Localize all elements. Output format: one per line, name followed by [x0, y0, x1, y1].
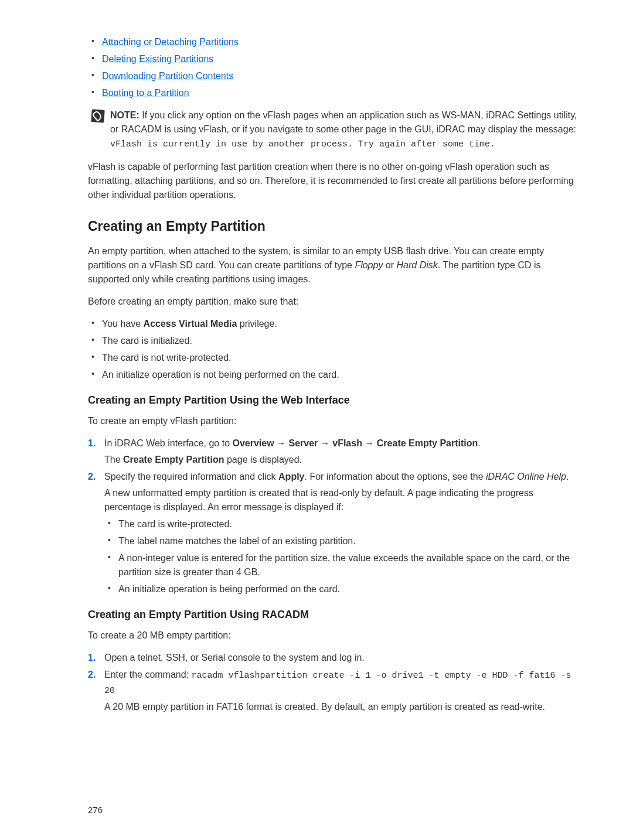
text-fragment: privilege.: [237, 319, 277, 329]
racadm-step-2: Enter the command: racadm vflashpartitio…: [88, 668, 580, 714]
text-fragment: . For information about the options, see…: [305, 472, 486, 482]
web-step-1: In iDRAC Web interface, go to Overview →…: [88, 436, 580, 467]
italic-floppy: Floppy: [355, 260, 383, 270]
link-item: Downloading Partition Contents: [88, 69, 580, 83]
note-block: NOTE: If you click any option on the vFl…: [88, 108, 580, 152]
italic-harddisk: Hard Disk: [397, 260, 438, 270]
step-body: A new unformatted empty partition is cre…: [104, 486, 580, 514]
text-fragment: In iDRAC Web interface, go to: [104, 438, 232, 448]
bold-server: Server: [289, 438, 318, 448]
note-content: NOTE: If you click any option on the vFl…: [110, 108, 580, 152]
racadm-step-1: Open a telnet, SSH, or Serial console to…: [88, 651, 580, 665]
step-body: The Create Empty Partition page is displ…: [104, 453, 580, 467]
bold-create-empty: Create Empty Partition: [377, 438, 478, 448]
top-links-list: Attaching or Detaching Partitions Deleti…: [88, 35, 580, 100]
link-attaching[interactable]: Attaching or Detaching Partitions: [102, 37, 239, 47]
note-mono: vFlash is currently in use by another pr…: [110, 139, 495, 149]
web-steps-list: In iDRAC Web interface, go to Overview →…: [88, 436, 580, 596]
web-step-2: Specify the required information and cli…: [88, 470, 580, 596]
paragraph-empty-partition-desc: An empty partition, when attached to the…: [88, 244, 580, 286]
prerequisites-list: You have Access Virtual Media privilege.…: [88, 317, 580, 382]
paragraph-racadm-intro: To create a 20 MB empty partition:: [88, 629, 580, 643]
italic-idrac-help: iDRAC Online Help: [486, 472, 566, 482]
prereq-item: The card is not write-protected.: [88, 351, 580, 365]
paragraph-before-creating: Before creating an empty partition, make…: [88, 295, 580, 309]
link-item: Booting to a Partition: [88, 86, 580, 100]
error-item: The label name matches the label of an e…: [104, 534, 580, 548]
arrow: →: [318, 438, 332, 448]
text-fragment: You have: [102, 319, 144, 329]
text-fragment: or: [383, 260, 396, 270]
step-body: A 20 MB empty partition in FAT16 format …: [104, 700, 580, 714]
error-conditions-list: The card is write-protected. The label n…: [104, 517, 580, 596]
bold-overview: Overview: [232, 438, 274, 448]
prereq-item: The card is initialized.: [88, 334, 580, 348]
text-fragment: The: [104, 455, 123, 465]
page-number: 276: [88, 804, 103, 817]
error-item: The card is write-protected.: [104, 517, 580, 531]
heading-creating-empty-partition: Creating an Empty Partition: [88, 216, 580, 237]
paragraph-vflash-capability: vFlash is capable of performing fast par…: [88, 160, 580, 202]
text-fragment: Enter the command:: [104, 670, 192, 679]
prereq-item: You have Access Virtual Media privilege.: [88, 317, 580, 331]
paragraph-web-intro: To create an empty vFlash partition:: [88, 414, 580, 428]
bold-vflash: vFlash: [332, 438, 362, 448]
bold-access-virtual-media: Access Virtual Media: [144, 319, 237, 329]
note-text: If you click any option on the vFlash pa…: [110, 110, 577, 134]
note-icon: [91, 109, 104, 122]
racadm-steps-list: Open a telnet, SSH, or Serial console to…: [88, 651, 580, 714]
bold-page-name: Create Empty Partition: [123, 455, 224, 465]
error-item: A non-integer value is entered for the p…: [104, 551, 580, 579]
link-deleting[interactable]: Deleting Existing Partitions: [102, 54, 213, 64]
link-downloading[interactable]: Downloading Partition Contents: [102, 71, 233, 81]
heading-web-interface: Creating an Empty Partition Using the We…: [88, 392, 580, 408]
link-booting[interactable]: Booting to a Partition: [102, 88, 189, 98]
text-fragment: page is displayed.: [224, 455, 302, 465]
arrow: →: [362, 438, 377, 448]
arrow: →: [274, 438, 289, 448]
note-label: NOTE:: [110, 110, 139, 120]
heading-racadm: Creating an Empty Partition Using RACADM: [88, 607, 580, 623]
prereq-item: An initialize operation is not being per…: [88, 368, 580, 382]
error-item: An initialize operation is being perform…: [104, 582, 580, 596]
bold-apply: Apply: [278, 472, 304, 482]
link-item: Deleting Existing Partitions: [88, 52, 580, 66]
link-item: Attaching or Detaching Partitions: [88, 35, 580, 49]
text-fragment: Specify the required information and cli…: [104, 472, 278, 482]
